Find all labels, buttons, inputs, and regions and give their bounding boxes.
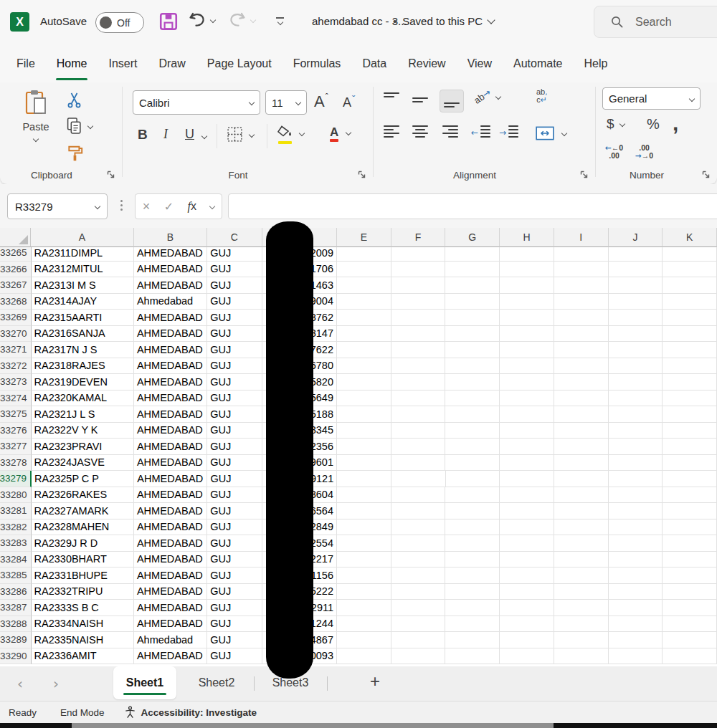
cell-j33277[interactable] bbox=[609, 439, 663, 455]
row-header[interactable]: 33290 bbox=[0, 648, 32, 665]
insert-function-button[interactable]: fx bbox=[187, 200, 196, 213]
cell-f33267[interactable] bbox=[391, 277, 446, 294]
cell-f33287[interactable] bbox=[391, 600, 446, 616]
cell-g33276[interactable] bbox=[445, 423, 500, 439]
formula-input[interactable] bbox=[228, 193, 717, 219]
cell-h33288[interactable] bbox=[500, 616, 554, 633]
cell-a33275[interactable]: RA2321J L S bbox=[32, 406, 134, 423]
decrease-decimal-button[interactable]: .00 →→0 bbox=[635, 144, 653, 160]
cell-c33284[interactable]: GUJ bbox=[207, 552, 262, 568]
cell-i33289[interactable] bbox=[554, 632, 609, 648]
cell-f33265[interactable] bbox=[391, 245, 446, 262]
sheet-prev-button[interactable]: ‹ bbox=[17, 675, 23, 692]
cell-h33268[interactable] bbox=[500, 294, 554, 310]
cell-f33278[interactable] bbox=[391, 455, 446, 471]
cell-k33277[interactable] bbox=[663, 439, 717, 455]
clipboard-dialog-launcher-icon[interactable] bbox=[107, 171, 115, 179]
cell-g33265[interactable] bbox=[445, 245, 500, 262]
cell-j33278[interactable] bbox=[609, 455, 663, 471]
cell-c33282[interactable]: GUJ bbox=[207, 519, 262, 536]
cell-h33282[interactable] bbox=[500, 519, 554, 536]
ribbon-tab-review[interactable]: Review bbox=[397, 44, 456, 82]
cell-h33275[interactable] bbox=[500, 406, 554, 423]
font-name-select[interactable]: Calibri bbox=[133, 90, 260, 115]
cell-c33270[interactable]: GUJ bbox=[207, 326, 262, 343]
cell-h33284[interactable] bbox=[500, 552, 554, 568]
cell-c33265[interactable]: GUJ bbox=[207, 245, 262, 262]
cell-a33283[interactable]: RA2329J R D bbox=[32, 535, 134, 552]
cell-j33265[interactable] bbox=[609, 245, 663, 262]
cell-a33290[interactable]: RA2336AMIT bbox=[32, 648, 134, 665]
cell-b33281[interactable]: AHMEDABAD bbox=[134, 503, 207, 519]
cell-g33284[interactable] bbox=[445, 552, 500, 568]
cell-c33289[interactable]: GUJ bbox=[207, 632, 262, 648]
cell-c33273[interactable]: GUJ bbox=[207, 374, 262, 391]
cell-k33270[interactable] bbox=[663, 326, 717, 343]
cell-c33285[interactable]: GUJ bbox=[207, 567, 262, 584]
save-status[interactable]: • Saved to this PC bbox=[393, 15, 494, 27]
cell-h33280[interactable] bbox=[500, 487, 554, 504]
cell-e33285[interactable] bbox=[337, 567, 391, 584]
cell-e33266[interactable] bbox=[337, 262, 391, 278]
number-format-select[interactable]: General bbox=[602, 87, 701, 110]
cell-i33268[interactable] bbox=[554, 294, 609, 310]
cell-i33265[interactable] bbox=[554, 245, 609, 262]
add-sheet-button[interactable]: + bbox=[370, 671, 380, 691]
sheet-tab-sheet1[interactable]: Sheet1 bbox=[113, 666, 176, 699]
cell-e33282[interactable] bbox=[337, 519, 391, 536]
column-header-b[interactable]: B bbox=[134, 228, 207, 247]
cell-j33289[interactable] bbox=[609, 632, 663, 648]
cell-a33271[interactable]: RA2317N J S bbox=[32, 342, 134, 358]
cell-b33268[interactable]: Ahmedabad bbox=[134, 294, 207, 310]
cell-i33281[interactable] bbox=[554, 503, 609, 519]
cell-k33287[interactable] bbox=[663, 600, 717, 616]
cell-i33286[interactable] bbox=[554, 584, 609, 600]
increase-font-size-button[interactable]: Aˆ bbox=[314, 92, 328, 111]
cell-h33281[interactable] bbox=[500, 503, 554, 519]
cell-b33276[interactable]: AHMEDABAD bbox=[134, 423, 207, 439]
orientation-button[interactable]: ab→ bbox=[473, 91, 500, 102]
cell-h33278[interactable] bbox=[500, 455, 554, 471]
ribbon-tab-data[interactable]: Data bbox=[351, 44, 397, 82]
borders-dropdown-icon[interactable] bbox=[249, 131, 255, 137]
cell-g33274[interactable] bbox=[445, 391, 500, 407]
cell-b33274[interactable]: AHMEDABAD bbox=[134, 391, 207, 407]
cell-f33289[interactable] bbox=[391, 632, 446, 648]
cell-f33274[interactable] bbox=[391, 391, 446, 407]
paste-dropdown-icon[interactable] bbox=[33, 136, 39, 142]
cell-g33268[interactable] bbox=[445, 294, 500, 310]
cell-a33269[interactable]: RA2315AARTI bbox=[32, 310, 134, 326]
select-all-corner[interactable] bbox=[0, 228, 31, 247]
row-header[interactable]: 33279 bbox=[0, 471, 32, 487]
cell-f33281[interactable] bbox=[391, 503, 446, 519]
redo-button[interactable] bbox=[228, 11, 255, 29]
font-color-dropdown-icon[interactable] bbox=[346, 130, 351, 135]
cell-i33270[interactable] bbox=[554, 326, 609, 343]
copy-button[interactable] bbox=[66, 117, 92, 135]
cell-g33278[interactable] bbox=[445, 455, 500, 471]
cell-a33279[interactable]: RA2325P C P bbox=[32, 471, 134, 487]
cell-c33279[interactable]: GUJ bbox=[207, 471, 262, 487]
cell-b33277[interactable]: AHMEDABAD bbox=[134, 439, 207, 455]
cell-k33286[interactable] bbox=[663, 584, 717, 600]
cell-g33289[interactable] bbox=[445, 632, 500, 648]
cell-a33287[interactable]: RA2333S B C bbox=[32, 600, 134, 616]
cell-g33273[interactable] bbox=[445, 374, 500, 391]
top-align-button[interactable] bbox=[384, 92, 399, 107]
font-size-select[interactable]: 11 bbox=[265, 90, 307, 115]
save-button[interactable] bbox=[158, 11, 179, 32]
cell-i33283[interactable] bbox=[554, 535, 609, 552]
cell-f33271[interactable] bbox=[391, 342, 446, 358]
cell-g33277[interactable] bbox=[445, 439, 500, 455]
cell-e33276[interactable] bbox=[337, 423, 391, 439]
cell-k33265[interactable] bbox=[663, 245, 717, 262]
row-header[interactable]: 33270 bbox=[0, 326, 32, 343]
underline-button[interactable]: U bbox=[185, 127, 194, 142]
cell-i33267[interactable] bbox=[554, 277, 609, 294]
row-header[interactable]: 33274 bbox=[0, 391, 32, 407]
cell-c33274[interactable]: GUJ bbox=[207, 391, 262, 407]
cell-c33275[interactable]: GUJ bbox=[207, 406, 262, 423]
cell-g33281[interactable] bbox=[445, 503, 500, 519]
cell-c33280[interactable]: GUJ bbox=[207, 487, 262, 504]
accessibility-status[interactable]: Accessibility: Investigate bbox=[123, 706, 257, 719]
